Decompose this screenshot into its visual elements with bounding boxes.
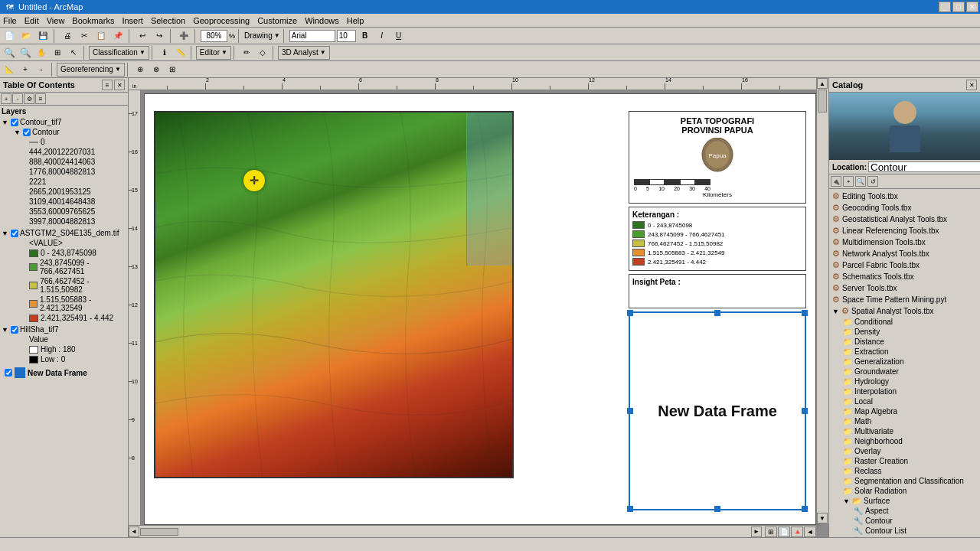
toc-close[interactable]: ✕: [114, 80, 125, 90]
layout-zoom-in[interactable]: +: [18, 63, 33, 77]
cat-sub-neighborhood[interactable]: 📁Neighborhood: [841, 436, 978, 446]
cat-item-network[interactable]: ⚙ Network Analyst Tools.tbx: [831, 248, 978, 259]
toc-check-hillsha[interactable]: [11, 326, 18, 334]
redo-btn[interactable]: ↪: [152, 29, 167, 43]
cat-item-multidim[interactable]: ⚙ Multidimension Tools.tbx: [831, 236, 978, 248]
font-name-input[interactable]: [289, 30, 335, 42]
sketch-btn[interactable]: ✏: [239, 46, 254, 60]
menu-bookmarks[interactable]: Bookmarks: [72, 16, 114, 25]
cat-sub-reclass[interactable]: 📁Reclass: [841, 466, 978, 476]
cat-subsub-contourbarriers[interactable]: 🔧Contour with Barriers: [852, 536, 978, 537]
cat-item-schematics[interactable]: ⚙ Schematics Tools.tbx: [831, 271, 978, 282]
underline-btn[interactable]: U: [391, 29, 407, 43]
scene-view-tab[interactable]: 🔺: [791, 527, 803, 537]
cat-sub-surface[interactable]: ▼ 📂 Surface: [841, 496, 978, 506]
georef-tool3[interactable]: ⊞: [165, 63, 180, 77]
cat-sub-groundwater[interactable]: 📁Groundwater: [841, 367, 978, 377]
zoom-in-btn[interactable]: 🔍: [2, 46, 17, 60]
cat-subsub-contourlist[interactable]: 🔧Contour List: [852, 526, 978, 536]
measure-btn[interactable]: 📏: [173, 46, 188, 60]
cat-subsub-aspect[interactable]: 🔧Aspect: [852, 506, 978, 516]
cat-search-btn[interactable]: 🔍: [855, 176, 866, 187]
georeferencing-dropdown[interactable]: Georeferencing ▼: [57, 63, 125, 77]
cat-sub-density[interactable]: 📁Density: [841, 327, 978, 337]
cat-item-server[interactable]: ⚙ Server Tools.tbx: [831, 282, 978, 294]
menu-edit[interactable]: Edit: [24, 16, 39, 25]
pan-btn[interactable]: ✋: [34, 46, 49, 60]
toc-new-dataframe[interactable]: New Data Frame: [2, 366, 126, 380]
terrain-map-frame[interactable]: ✛: [154, 111, 514, 478]
zoom-out-btn[interactable]: 🔍: [18, 46, 33, 60]
open-btn[interactable]: 📂: [18, 29, 34, 43]
menu-selection[interactable]: Selection: [151, 16, 185, 25]
zoom-input[interactable]: [201, 30, 227, 42]
cat-sub-generalization[interactable]: 📁Generalization: [841, 357, 978, 367]
3d-analyst-dropdown[interactable]: 3D Analyst ▼: [278, 46, 330, 60]
layout-zoom-out[interactable]: -: [34, 63, 49, 77]
scroll-down-btn[interactable]: ▼: [817, 513, 828, 523]
cat-sub-mapalgebra[interactable]: 📁Map Algebra: [841, 406, 978, 416]
cat-sub-overlay[interactable]: 📁Overlay: [841, 446, 978, 456]
cat-item-geocoding[interactable]: ⚙ Geocoding Tools.tbx: [831, 202, 978, 214]
font-size-input[interactable]: [337, 30, 356, 42]
cat-item-editing[interactable]: ⚙ Editing Tools.tbx: [831, 191, 978, 202]
scroll-thumb-right[interactable]: [818, 90, 827, 112]
toc-group-hillsha-header[interactable]: ▼ HillSha_tif7: [2, 324, 126, 334]
menu-view[interactable]: View: [47, 16, 65, 25]
cat-sub-hydrology[interactable]: 📁Hydrology: [841, 377, 978, 386]
cat-item-linear[interactable]: ⚙ Linear Referencing Tools.tbx: [831, 225, 978, 236]
scroll-up-btn[interactable]: ▲: [817, 78, 828, 89]
cat-sub-local[interactable]: 📁Local: [841, 396, 978, 406]
add-data-btn[interactable]: ➕: [176, 29, 191, 43]
layout-btn[interactable]: 📐: [2, 63, 17, 77]
menu-insert[interactable]: Insert: [122, 16, 143, 25]
menu-windows[interactable]: Windows: [305, 16, 339, 25]
minimize-btn[interactable]: _: [939, 2, 951, 12]
cut-btn[interactable]: ✂: [77, 29, 92, 43]
cat-subsub-contour[interactable]: 🔧Contour: [852, 516, 978, 526]
paste-btn[interactable]: 📌: [110, 29, 126, 43]
georef-tool2[interactable]: ⊗: [149, 63, 164, 77]
identify-btn[interactable]: ℹ: [157, 46, 172, 60]
cat-new-btn[interactable]: +: [843, 176, 854, 187]
menu-geoprocessing[interactable]: Geoprocessing: [193, 16, 250, 25]
toc-remove[interactable]: -: [12, 93, 23, 104]
toc-check-newdf[interactable]: [5, 369, 12, 377]
undo-btn[interactable]: ↩: [135, 29, 150, 43]
cat-sub-rastercreation[interactable]: 📁Raster Creation: [841, 456, 978, 466]
menu-file[interactable]: File: [3, 16, 17, 25]
toc-group-dem-header[interactable]: ▼ ASTGTM2_S04E135_dem.tif: [2, 228, 126, 238]
bold-btn[interactable]: B: [358, 29, 373, 43]
cat-item-spacetime[interactable]: ⚙ Space Time Pattern Mining.pyt: [831, 294, 978, 305]
toc-list-view[interactable]: ≡: [102, 80, 113, 90]
cat-sub-math[interactable]: 📁Math: [841, 416, 978, 426]
data-view-tab[interactable]: ⊞: [765, 527, 777, 537]
cat-item-spatial[interactable]: ▼ ⚙ Spatial Analyst Tools.tbx: [831, 305, 978, 317]
cat-sub-distance[interactable]: 📁Distance: [841, 337, 978, 347]
vertex-btn[interactable]: ◇: [255, 46, 270, 60]
scrollbar-right[interactable]: ▲ ▼: [816, 78, 828, 523]
print-btn[interactable]: 🖨: [60, 29, 75, 43]
italic-btn[interactable]: I: [374, 29, 390, 43]
close-btn[interactable]: ✕: [966, 2, 978, 12]
scroll-left-btn[interactable]: ◄: [129, 527, 139, 537]
layout-view-tab[interactable]: 📄: [778, 527, 790, 537]
editor-dropdown[interactable]: Editor ▼: [196, 46, 231, 60]
full-extent-btn[interactable]: ⊞: [50, 46, 65, 60]
cat-sub-conditional[interactable]: 📁Conditional: [841, 317, 978, 327]
toc-check-contour[interactable]: [11, 119, 18, 126]
maximize-btn[interactable]: □: [952, 2, 965, 12]
cat-sub-solar[interactable]: 📁Solar Radiation: [841, 486, 978, 496]
cat-refresh-btn[interactable]: ↺: [867, 176, 878, 187]
cat-connect-btn[interactable]: 🔌: [831, 176, 841, 187]
arrow-left-tab[interactable]: ◄: [804, 527, 816, 537]
cat-item-parcel[interactable]: ⚙ Parcel Fabric Tools.tbx: [831, 259, 978, 271]
georef-tool1[interactable]: ⊕: [132, 63, 148, 77]
toc-add[interactable]: +: [1, 93, 11, 104]
scroll-thumb-bottom[interactable]: [140, 528, 178, 536]
catalog-location-input[interactable]: [868, 161, 980, 172]
new-btn[interactable]: 📄: [2, 29, 17, 43]
cat-item-geostat[interactable]: ⚙ Geostatistical Analyst Tools.tbx: [831, 214, 978, 225]
toc-check-dem[interactable]: [11, 230, 18, 237]
menu-customize[interactable]: Customize: [257, 16, 297, 25]
